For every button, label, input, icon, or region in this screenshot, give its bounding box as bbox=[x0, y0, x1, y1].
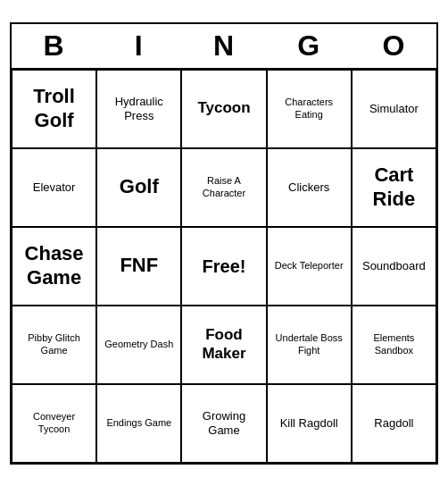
bingo-cell-23: Kill Ragdoll bbox=[267, 384, 352, 463]
bingo-cell-14: Soundboard bbox=[352, 227, 436, 306]
bingo-cell-24: Ragdoll bbox=[352, 384, 436, 463]
bingo-grid: Troll GolfHydraulic PressTycoonCharacter… bbox=[12, 70, 436, 463]
bingo-cell-9: Cart Ride bbox=[352, 148, 436, 227]
bingo-cell-11: FNF bbox=[96, 227, 181, 306]
bingo-cell-19: Elements Sandbox bbox=[352, 306, 436, 384]
bingo-letter-b: B bbox=[12, 24, 96, 68]
bingo-cell-20: Conveyer Tycoon bbox=[12, 384, 96, 463]
bingo-header: BINGO bbox=[12, 24, 436, 70]
bingo-cell-2: Tycoon bbox=[181, 70, 266, 148]
bingo-cell-3: Characters Eating bbox=[267, 70, 352, 148]
bingo-letter-g: G bbox=[267, 24, 352, 68]
bingo-cell-5: Elevator bbox=[12, 148, 96, 227]
bingo-cell-1: Hydraulic Press bbox=[96, 70, 181, 148]
bingo-cell-22: Growing Game bbox=[181, 384, 266, 463]
bingo-cell-8: Clickers bbox=[267, 148, 352, 227]
bingo-letter-o: O bbox=[352, 24, 436, 68]
bingo-cell-17: Food Maker bbox=[181, 306, 266, 384]
bingo-cell-18: Undertale Boss Fight bbox=[267, 306, 352, 384]
bingo-cell-6: Golf bbox=[96, 148, 181, 227]
bingo-cell-4: Simulator bbox=[352, 70, 436, 148]
bingo-cell-15: Pibby Glitch Game bbox=[12, 306, 96, 384]
bingo-letter-i: I bbox=[96, 24, 181, 68]
bingo-cell-21: Endings Game bbox=[96, 384, 181, 463]
bingo-cell-7: Raise A Character bbox=[181, 148, 266, 227]
bingo-letter-n: N bbox=[181, 24, 266, 68]
bingo-cell-16: Geometry Dash bbox=[96, 306, 181, 384]
bingo-cell-12: Free! bbox=[181, 227, 266, 306]
bingo-cell-0: Troll Golf bbox=[12, 70, 96, 148]
bingo-cell-10: Chase Game bbox=[12, 227, 96, 306]
bingo-card: BINGO Troll GolfHydraulic PressTycoonCha… bbox=[10, 22, 438, 465]
bingo-cell-13: Deck Teleporter bbox=[267, 227, 352, 306]
